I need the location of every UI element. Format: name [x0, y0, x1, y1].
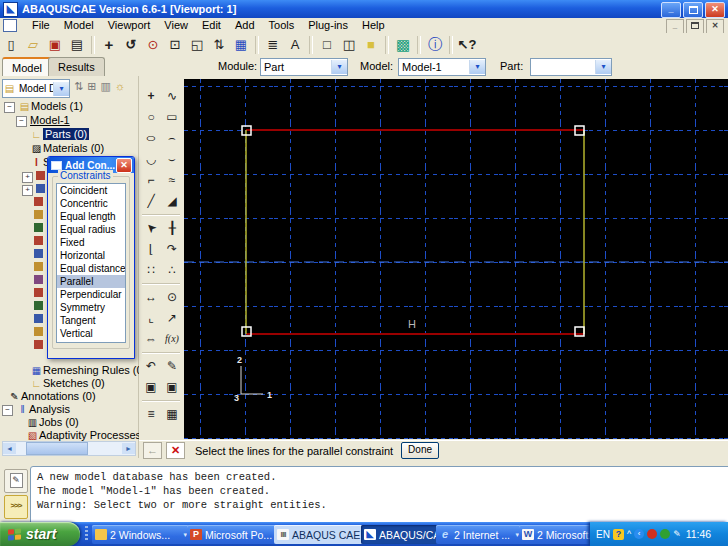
render-mesh-icon[interactable]: ▩ [392, 35, 414, 55]
menu-add[interactable]: Add [228, 18, 262, 33]
sketcher-customize-tool[interactable]: ▦ [162, 404, 182, 423]
tree-item-obscured[interactable] [34, 274, 45, 287]
sketcher-options-tool[interactable]: ≡ [141, 404, 161, 423]
menu-file[interactable]: File [25, 18, 57, 33]
print-icon[interactable]: ▤ [66, 35, 88, 55]
sketch-ellipse-tool[interactable]: ○ [141, 128, 161, 147]
start-button[interactable]: start [0, 522, 80, 546]
sketch-spline-fit-tool[interactable]: ≈ [162, 170, 182, 189]
clock[interactable]: 11:46 [686, 528, 712, 540]
shaded-cube-icon[interactable]: ■ [360, 35, 382, 55]
prompt-back-icon[interactable]: ← [143, 442, 162, 459]
save-sketch-tool[interactable]: ▣ [141, 377, 161, 396]
child-minimize-button[interactable]: _ [666, 19, 684, 34]
chevron-down-icon[interactable]: ▾ [331, 60, 347, 74]
language-bar-icon[interactable]: ‹ [634, 529, 644, 539]
fit-view-icon[interactable]: ◱ [186, 35, 208, 55]
scrollbar-thumb[interactable] [26, 442, 88, 455]
edit-sketch-tool[interactable]: ✎ [162, 356, 182, 375]
sketch-fillet-tool[interactable]: ⌐ [141, 170, 161, 189]
taskbar-powerpoint[interactable]: P Microsoft Po... [187, 525, 277, 544]
magnify-icon[interactable]: ⊙ [142, 35, 164, 55]
select-cursor-tool[interactable]: ➤ [141, 218, 161, 237]
child-close-button[interactable]: ✕ [706, 19, 724, 34]
tree-item-obscured[interactable] [34, 248, 45, 261]
help-tray-icon[interactable]: ? [613, 529, 624, 540]
edge-dimension-tool[interactable]: ⌞ [141, 308, 161, 327]
taskbar-word-group[interactable]: W 2 Microsoft...▾ [519, 525, 593, 544]
collapse-icon[interactable]: − [2, 405, 13, 416]
tree-item-obscured[interactable] [34, 339, 45, 352]
child-restore-button[interactable] [686, 19, 704, 34]
list-item[interactable]: Concentric [57, 197, 125, 210]
tree-item-obscured[interactable] [34, 196, 45, 209]
cycle-views-icon[interactable]: ⇅ [208, 35, 230, 55]
tree-item-obscured[interactable] [34, 300, 45, 313]
dimension-tool[interactable]: ↔ [141, 287, 161, 306]
sketch-spline-tool[interactable]: ∿ [162, 86, 182, 105]
collapse-icon[interactable]: − [16, 116, 27, 127]
tree-item-materials[interactable]: ▨Materials (0) [30, 142, 104, 155]
tree-item-obscured[interactable] [34, 313, 45, 326]
sketch-line-tool[interactable]: ╱ [141, 191, 161, 210]
tree-filter-icon[interactable]: ▥ [100, 80, 110, 93]
dialog-close-icon[interactable]: ✕ [116, 158, 132, 173]
lightbulb-icon[interactable]: ☼ [115, 80, 125, 93]
context-help-icon[interactable]: ↖? [456, 35, 478, 55]
scroll-right-icon[interactable]: ► [122, 443, 135, 454]
project-edges-tool[interactable]: ↷ [162, 239, 182, 258]
language-indicator[interactable]: EN [596, 529, 610, 540]
sketch-circle-tool[interactable]: ○ [141, 107, 161, 126]
sketch-arc-3pt-tool[interactable]: ⌣ [162, 149, 182, 168]
open-folder-icon[interactable]: ▱ [22, 35, 44, 55]
tree-context-select[interactable]: ▤ Model D ▾ [2, 79, 70, 98]
security-tray-icon[interactable] [647, 529, 657, 539]
query-ladder-icon[interactable]: ≣ [262, 35, 284, 55]
chevron-down-icon[interactable]: ▾ [595, 60, 611, 74]
collapse-icon[interactable]: − [4, 102, 15, 113]
hide-icons-chevron[interactable]: ^ [627, 529, 631, 539]
offset-tool[interactable]: ⌊ [141, 239, 161, 258]
save-icon[interactable]: ▣ [44, 35, 66, 55]
list-item[interactable]: Equal length [57, 210, 125, 223]
list-item[interactable]: Fixed [57, 236, 125, 249]
tree-item-obscured[interactable] [34, 261, 45, 274]
list-item[interactable]: Coincident [57, 184, 125, 197]
tree-item-obscured[interactable]: + [22, 170, 47, 183]
close-button[interactable]: ✕ [705, 2, 725, 18]
chevron-down-icon[interactable]: ▾ [469, 60, 485, 74]
menu-viewport[interactable]: Viewport [101, 18, 158, 33]
sketch-arc-tangent-tool[interactable]: ⌢ [162, 128, 182, 147]
tree-item-obscured[interactable] [34, 235, 45, 248]
radial-pattern-tool[interactable]: ∴ [162, 260, 182, 279]
pen-tray-icon[interactable]: ✎ [673, 529, 681, 539]
save-sketch-as-tool[interactable]: ▣ [162, 377, 182, 396]
undo-tool[interactable]: ↶ [141, 356, 161, 375]
taskbar-internet-group[interactable]: e 2 Internet ...▾ [436, 525, 522, 544]
viewport-child-icon[interactable] [3, 19, 17, 32]
tree-item-obscured[interactable] [34, 222, 45, 235]
construction-line-tool[interactable]: ╂ [162, 218, 182, 237]
list-item[interactable]: Horizontal [57, 249, 125, 262]
menu-model[interactable]: Model [57, 18, 101, 33]
prompt-cancel-icon[interactable]: ✕ [166, 442, 185, 459]
add-constraint-tool[interactable]: ⊙ [162, 287, 182, 306]
viewport-canvas[interactable]: H 2 1 3 [184, 79, 728, 439]
tree-item-obscured[interactable] [34, 287, 45, 300]
taskbar-windows-group[interactable]: 2 Windows...▾ [92, 525, 190, 544]
tree-item-sketches[interactable]: ∟Sketches (0) [30, 377, 105, 390]
sketch-auto-trim-tool[interactable]: ◢ [162, 191, 182, 210]
message-log[interactable]: A new model database has been created. T… [30, 466, 728, 524]
menu-help[interactable]: Help [355, 18, 392, 33]
message-log-tab[interactable]: ✎ [4, 469, 28, 493]
list-item-selected[interactable]: Parallel [57, 275, 125, 288]
linear-pattern-tool[interactable]: ∷ [141, 260, 161, 279]
tree-horizontal-scrollbar[interactable]: ◄ ► [2, 441, 136, 456]
model-select[interactable]: Model-1▾ [398, 58, 486, 76]
sketch-rectangle-tool[interactable]: ▭ [162, 107, 182, 126]
tree-item-parts[interactable]: ∟Parts (0) [30, 128, 89, 141]
restore-button[interactable] [683, 2, 703, 18]
menu-view[interactable]: View [157, 18, 195, 33]
taskbar-abaqus-active[interactable]: ◣ ABAQUS/CA... [361, 525, 439, 544]
tree-item-jobs[interactable]: ▥Jobs (0) [26, 416, 79, 429]
